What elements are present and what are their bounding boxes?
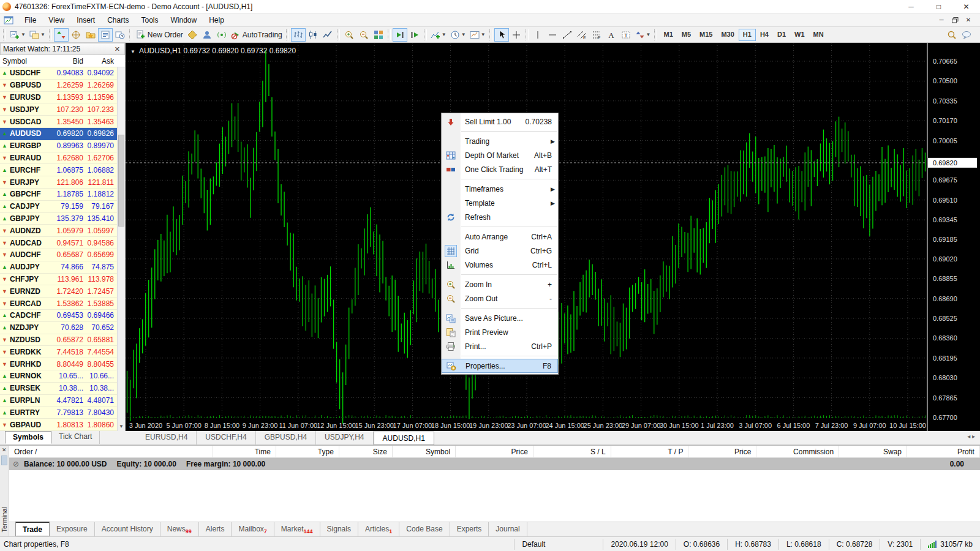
market-watch-row-usdchf[interactable]: ▲USDCHF0.940830.94092 [0,67,125,80]
chart-tab-usdjpy-h4[interactable]: USDJPY,H4 [316,431,373,444]
navigator-button[interactable] [83,28,98,42]
terminal-column-swap[interactable]: Swap [839,446,907,457]
market-watch-row-audchf[interactable]: ▼AUDCHF0.656870.65699 [0,249,125,261]
child-minimize-button[interactable]: ─ [935,15,948,25]
metaeditor-button[interactable] [185,28,200,42]
context-menu-item-one-click-trading[interactable]: One Click TradingAlt+T [442,162,558,176]
terminal-tab-journal[interactable]: Journal [489,522,527,536]
terminal-tab-alerts[interactable]: Alerts [199,522,232,536]
text-label-button[interactable]: T [619,28,633,42]
terminal-button[interactable] [98,28,113,42]
toolbar-grip[interactable] [3,29,6,40]
market-watch-row-nzdjpy[interactable]: ▲NZDJPY70.62870.652 [0,322,125,334]
market-watch-row-audnzd[interactable]: ▼AUDNZD1.059791.05997 [0,225,125,237]
market-watch-row-eurchf[interactable]: ▲EURCHF1.068751.06882 [0,164,125,176]
market-watch-row-gbpchf[interactable]: ▲GBPCHF1.187851.18812 [0,189,125,201]
terminal-column-order-[interactable]: Order / [9,446,213,457]
context-menu-item-sell-limit-1-00[interactable]: Sell Limit 1.000.70238 [442,114,558,129]
scroll-down-icon[interactable]: ▼ [118,422,125,431]
data-window-button[interactable] [69,28,83,42]
terminal-column-s-l[interactable]: S / L [533,446,611,457]
chart-tab-gbpusd-h4[interactable]: GBPUSD,H4 [256,431,316,444]
context-menu-item-timeframes[interactable]: Timeframes▶ [442,182,558,196]
market-watch-row-eurnzd[interactable]: ▼EURNZD1.724201.72457 [0,285,125,298]
terminal-column-size[interactable]: Size [339,446,393,457]
indicators-button[interactable]: ▼ [429,28,448,42]
context-menu-item-auto-arrange[interactable]: Auto ArrangeCtrl+A [442,230,558,244]
period-h4-button[interactable]: H4 [756,29,773,41]
chart-tab-usdchf-h4[interactable]: USDCHF,H4 [197,431,255,444]
menu-view[interactable]: View [42,14,70,26]
terminal-grip[interactable] [1,455,7,465]
market-watch-row-audjpy[interactable]: ▲AUDJPY74.86674.875 [0,261,125,274]
period-m15-button[interactable]: M15 [695,29,717,41]
signals-button[interactable] [214,28,229,42]
child-close-button[interactable]: ✕ [962,15,975,25]
terminal-column-symbol[interactable]: Symbol [393,446,456,457]
community-button[interactable] [200,28,214,42]
period-m1-button[interactable]: M1 [659,29,677,41]
terminal-column-type[interactable]: Type [276,446,339,457]
context-menu-item-save-as-picture[interactable]: Save As Picture... [442,311,558,325]
terminal-tab-signals[interactable]: Signals [320,522,358,536]
market-watch-row-cadjpy[interactable]: ▲CADJPY79.15979.167 [0,201,125,213]
terminal-close-icon[interactable]: ✕ [2,447,7,453]
period-w1-button[interactable]: W1 [790,29,809,41]
context-menu-item-properties[interactable]: Properties...F8 [442,359,558,373]
cursor-button[interactable] [494,28,509,42]
context-menu-item-template[interactable]: Template▶ [442,196,558,210]
autotrading-button[interactable]: AutoTrading [229,28,284,42]
market-watch-row-usdcad[interactable]: ▼USDCAD1.354501.35463 [0,116,125,128]
period-h1-button[interactable]: H1 [739,29,756,41]
maximize-button[interactable]: □ [925,0,952,13]
market-watch-row-eurgbp[interactable]: ▲EURGBP0.899630.89970 [0,140,125,152]
candlestick-chart-button[interactable] [306,28,320,42]
column-bid[interactable]: Bid [54,57,86,66]
context-menu-item-depth-of-market[interactable]: Depth Of MarketAlt+B [442,148,558,162]
market-watch-row-cadchf[interactable]: ▲CADCHF0.694530.69466 [0,310,125,322]
market-watch-row-eurjpy[interactable]: ▼EURJPY121.806121.811 [0,176,125,189]
column-symbol[interactable]: Symbol [0,57,54,66]
child-restore-button[interactable] [948,15,962,25]
context-menu-item-grid[interactable]: GridCtrl+G [442,244,558,258]
market-watch-row-eurusd[interactable]: ▼EURUSD1.135931.13596 [0,92,125,104]
chart-shift-button[interactable] [407,28,422,42]
terminal-column-profit[interactable]: Profit [907,446,980,457]
period-m30-button[interactable]: M30 [717,29,738,41]
market-watch-row-eursek[interactable]: ▲EURSEK10.38...10.38... [0,383,125,395]
period-d1-button[interactable]: D1 [773,29,790,41]
chart-tab-audusd-h1[interactable]: AUDUSD,H1 [374,432,434,445]
tile-windows-button[interactable] [371,28,386,42]
vertical-line-button[interactable] [530,28,545,42]
strategy-tester-button[interactable] [113,28,127,42]
terminal-tab-news[interactable]: News99 [160,522,199,536]
menu-file[interactable]: File [18,14,42,26]
channel-button[interactable]: E [575,28,589,42]
crosshair-button[interactable] [509,28,524,42]
market-watch-tab-tick-chart[interactable]: Tick Chart [51,431,100,444]
context-menu-item-print-preview[interactable]: Print Preview [442,325,558,339]
market-watch-close-icon[interactable]: ✕ [113,45,122,53]
terminal-column-price[interactable]: Price [456,446,533,457]
terminal-column-t-p[interactable]: T / P [611,446,689,457]
market-watch-row-gbpusd[interactable]: ▼GBPUSD1.262591.26269 [0,80,125,92]
terminal-tab-exposure[interactable]: Exposure [50,522,95,536]
horizontal-line-button[interactable] [545,28,560,42]
bar-chart-button[interactable] [291,28,306,42]
market-watch-row-audcad[interactable]: ▼AUDCAD0.945710.94586 [0,237,125,249]
terminal-tab-account-history[interactable]: Account History [95,522,160,536]
context-menu-item-zoom-in[interactable]: Zoom In+ [442,277,558,291]
terminal-tab-market[interactable]: Market144 [274,522,320,536]
market-watch-row-gbpaud[interactable]: ▼GBPAUD1.808131.80860 [0,419,125,431]
line-chart-button[interactable] [320,28,335,42]
period-mn-button[interactable]: MN [809,29,828,41]
minimize-button[interactable]: ─ [897,0,925,13]
terminal-tab-code-base[interactable]: Code Base [399,522,450,536]
market-watch-row-chfjpy[interactable]: ▼CHFJPY113.961113.978 [0,274,125,286]
auto-scroll-button[interactable] [393,28,407,42]
chart-tab-eurusd-h4[interactable]: EURUSD,H4 [137,431,197,444]
terminal-column-price[interactable]: Price [688,446,756,457]
chart-tabs-scroll-buttons[interactable]: ◂ ▸ [962,431,980,444]
context-menu-item-zoom-out[interactable]: Zoom Out- [442,291,558,305]
terminal-tab-articles[interactable]: Articles1 [358,522,399,536]
